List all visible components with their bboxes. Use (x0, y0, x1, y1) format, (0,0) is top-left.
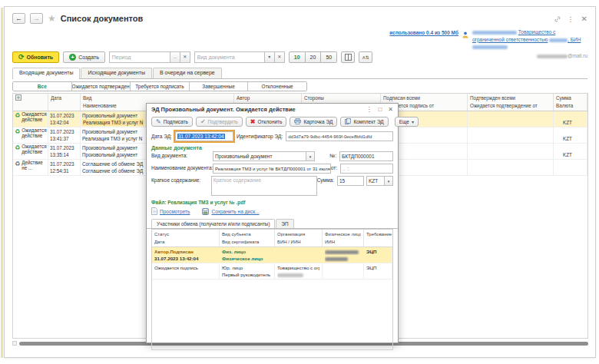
doc-name-field[interactable]: Реализация ТМЗ и услуг № БКТДП000001 от … (213, 164, 331, 174)
chevron-down-icon[interactable]: ▾ (385, 176, 393, 186)
number-field[interactable]: БКТДП000001 (339, 151, 393, 161)
dialog-tabs: Участники обмена (получатели и/или подпи… (147, 219, 398, 229)
status-cycle-icon: ♻ (15, 112, 20, 126)
sign-button[interactable]: ✎Подписать (151, 117, 193, 127)
period-input[interactable] (109, 51, 170, 63)
window-edge-strip (1, 8, 3, 358)
period-filter: ... ✕ (109, 51, 190, 63)
sort-button[interactable]: A⇅ (359, 51, 372, 63)
person-col-header[interactable]: Физическое лицоИИН (323, 230, 364, 247)
org-name-part1: Товарищество с (518, 29, 556, 35)
reject-button[interactable]: ✖Отклонить (246, 117, 287, 127)
dialog-title: ЭД Произвольный документ. Ожидается дейс… (151, 106, 359, 113)
dialog-menu-dots-icon[interactable]: ⋮ (366, 106, 372, 113)
org-bin-label: , БИН (568, 37, 581, 42)
status-cycle-icon: ♻ (15, 144, 20, 158)
requirement-col-header[interactable]: Требование к стороне (364, 230, 393, 247)
participant-row[interactable]: Ожидается подпись Юр. лицоПервый руковод… (152, 263, 392, 280)
tab-incoming[interactable]: Входящие документы (12, 68, 80, 78)
save-to-disk-link[interactable]: Сохранить на диск... (202, 208, 259, 216)
organization-link[interactable]: Товарищество с ограниченной ответственно… (472, 28, 587, 51)
kit-icon (345, 118, 351, 125)
dialog-maximize-icon[interactable]: □ (378, 106, 382, 113)
confirm-button[interactable]: ✔Подтвердить (196, 117, 243, 127)
menu-dots-icon[interactable]: ⋮ (568, 15, 574, 23)
doctype-filter: ▾ ✕ (194, 51, 285, 63)
tab-outgoing[interactable]: Исходящие документы (81, 68, 151, 78)
kind-combo[interactable]: Произвольный документ▾ (213, 151, 315, 161)
confirmed-column-header[interactable]: Подтвержден всемиОжидается подтверждение… (468, 94, 554, 111)
user-icon (462, 28, 468, 39)
date-column-header[interactable]: Дата (48, 94, 81, 111)
redacted-text (472, 31, 517, 35)
organization-col-header[interactable]: ОрганизацияБИН / ИИН (275, 230, 323, 247)
view-file-link[interactable]: Просмотреть (151, 207, 190, 216)
ed-card-button[interactable]: Карточка ЭД (290, 117, 337, 127)
create-button[interactable]: +Создать (63, 51, 105, 63)
dialog-toolbar: ✎Подписать ✔Подтвердить ✖Отклонить Карто… (147, 115, 398, 130)
dialog-close-icon[interactable]: ✕ (388, 106, 393, 113)
participants-header: СтатусДата Вид субъектаВид сертификата О… (152, 230, 392, 247)
page-size-50[interactable]: 50 (321, 51, 337, 63)
favorite-star-icon[interactable]: ★ (48, 13, 56, 24)
close-window-icon[interactable]: ✕ (581, 15, 587, 23)
document-data-section-title: Данные документа (147, 143, 398, 151)
titlebar: ← → ★ Список документов (12, 13, 143, 24)
doctype-input[interactable] (194, 51, 265, 63)
redacted-text (472, 45, 508, 49)
ed-kit-button[interactable]: Комплект ЭД (340, 117, 388, 127)
scroll-corner[interactable] (12, 341, 17, 346)
filter-completed[interactable]: Завершенные (190, 82, 249, 91)
tab-queue[interactable]: В очереди на сервере (153, 68, 222, 78)
forward-button[interactable]: → (30, 13, 43, 24)
main-toolbar: ⟳Обновить +Создать ... ✕ ▾ ✕ 10 20 50 A⇅ (12, 51, 372, 63)
state-column-header[interactable] (13, 94, 48, 111)
currency-combo[interactable]: KZT▾ (366, 176, 393, 186)
number-label: №: (315, 151, 336, 158)
sum-field[interactable]: 15 (337, 176, 364, 186)
reject-x-icon: ✖ (250, 118, 256, 125)
app-window: ← → ★ Список документов ⋮ ✕ использовано… (4, 6, 596, 358)
redacted-text (549, 38, 568, 42)
page-size-10[interactable]: 10 (289, 51, 306, 63)
ed-document-dialog: ЭД Произвольный документ. Ожидается дейс… (146, 103, 399, 343)
from-date-field[interactable]: .. :: (340, 164, 393, 174)
redacted-text (537, 55, 568, 58)
columns-icon (345, 54, 352, 61)
status-cycle-icon: ♻ (15, 128, 20, 142)
window-controls: ⋮ ✕ (554, 15, 587, 23)
chevron-down-icon: ▾ (412, 119, 414, 124)
filter-rejected[interactable]: Отклоненные (248, 82, 306, 91)
summary-label: Краткое содержание: (151, 176, 211, 183)
page-size-20[interactable]: 20 (306, 51, 322, 63)
storage-usage-link[interactable]: использовано 0.4 из 500 Мб (389, 28, 458, 35)
period-ellipsis-button[interactable]: ... (170, 51, 180, 63)
summary-textarea[interactable] (211, 176, 317, 196)
user-email: @mail.ru (372, 53, 587, 58)
subject-col-header[interactable]: Вид субъектаВид сертификата (220, 230, 275, 247)
dialog-titlebar: ЭД Произвольный документ. Ожидается дейс… (147, 104, 398, 115)
filter-needs-signing[interactable]: Требуется подписать (131, 82, 190, 91)
back-button[interactable]: ← (12, 13, 25, 24)
tab-signatures[interactable]: ЭП (276, 219, 293, 228)
ed-date-field[interactable]: 31.07.2023 13:42:04 (175, 131, 233, 141)
more-button[interactable]: Еще▾ (395, 117, 419, 127)
ed-id-field[interactable]: dd3d7a79-9dbc-4454-969f-0ece8bfd1dfd (286, 131, 393, 141)
period-clear-button[interactable]: ✕ (180, 51, 190, 63)
redacted-text (277, 273, 303, 277)
filter-awaiting-confirmation[interactable]: Ожидается подтверждение (72, 82, 131, 91)
status-col-header[interactable]: СтатусДата (152, 230, 220, 247)
doctype-dropdown-button[interactable]: ▾ (265, 51, 275, 63)
doctype-clear-button[interactable]: ✕ (275, 51, 285, 63)
tab-participants[interactable]: Участники обмена (получатели и/или подпи… (151, 219, 275, 228)
sum-column-header[interactable]: СуммаВалюта (554, 94, 587, 111)
page-size-group: 10 20 50 (289, 51, 337, 63)
filter-all[interactable]: Все (13, 82, 72, 91)
link-icon[interactable] (554, 16, 561, 22)
chevron-down-icon[interactable]: ▾ (306, 151, 315, 161)
refresh-button[interactable]: ⟳Обновить (12, 51, 59, 63)
from-label: от: (331, 164, 337, 170)
view-settings-button[interactable] (341, 51, 355, 63)
participant-row[interactable]: Автор.Подписан31.07.2023 13:42:04 Физ. л… (152, 247, 392, 263)
sum-label: Сумма: (317, 176, 334, 183)
